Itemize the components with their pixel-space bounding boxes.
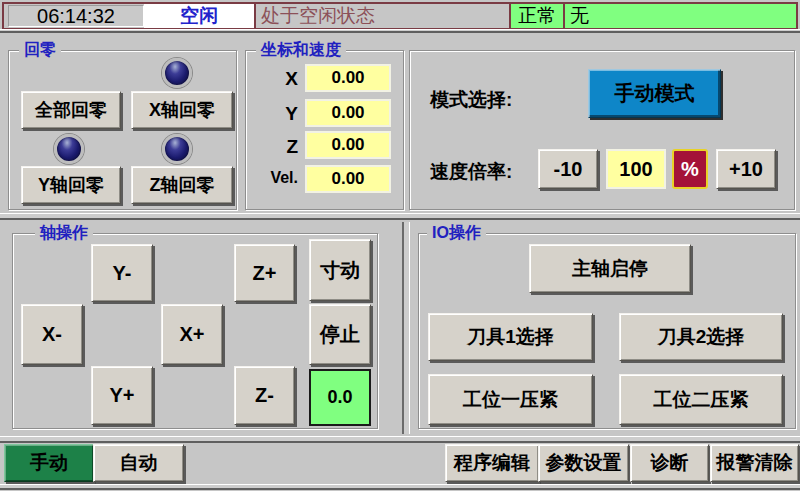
y-minus-button[interactable]: Y- [91,244,153,302]
y-plus-button[interactable]: Y+ [91,366,153,425]
z-plus-button[interactable]: Z+ [234,244,295,302]
velocity-display: 0.00 [305,165,391,193]
tool1-select-button[interactable]: 刀具1选择 [428,313,593,361]
station1-clamp-button[interactable]: 工位一压紧 [428,374,593,425]
axis-x-label: X [246,68,298,90]
homing-panel: 回零 全部回零 X轴回零 Y轴回零 Z轴回零 [8,50,237,210]
y-position-display: 0.00 [305,99,391,127]
x-position-display: 0.00 [305,64,391,92]
diagnosis-button[interactable]: 诊断 [630,444,709,482]
axis-z-label: Z [246,136,298,158]
rate-increase-button[interactable]: +10 [716,149,776,189]
io-panel: IO操作 主轴启停 刀具1选择 刀具2选择 工位一压紧 工位二压紧 [418,233,796,429]
rate-decrease-button[interactable]: -10 [538,149,598,189]
percent-badge: % [672,149,708,189]
alarm-message-display: 无 [563,4,796,28]
clock-display: 06:14:32 [8,5,144,27]
axis-panel-title: 轴操作 [35,223,93,243]
x-home-led-icon [162,58,192,88]
status-bar: 06:14:32 空闲 处于空闲状态 正常 无 [2,2,798,30]
divider [0,484,800,490]
home-x-button[interactable]: X轴回零 [131,91,233,129]
jog-button[interactable]: 寸动 [309,239,371,301]
velocity-label: Vel. [246,169,298,187]
divider [0,29,800,33]
divider [402,222,410,434]
z-position-display: 0.00 [305,131,391,159]
hmi-screen: 06:14:32 空闲 处于空闲状态 正常 无 回零 全部回零 X轴回零 Y轴回… [0,0,800,491]
jog-step-value[interactable]: 0.0 [309,369,371,426]
mode-panel: 模式选择: 手动模式 速度倍率: -10 100 % +10 [409,50,795,210]
home-y-button[interactable]: Y轴回零 [21,166,121,204]
machine-state-display: 空闲 [144,4,254,28]
homing-panel-title: 回零 [19,40,61,60]
z-minus-button[interactable]: Z- [234,366,295,425]
y-home-led-icon [54,134,84,164]
axis-panel: 轴操作 Y- Z+ 寸动 X- X+ 停止 Y+ Z- 0.0 [12,233,378,429]
mode-select-label: 模式选择: [430,87,512,113]
io-panel-title: IO操作 [427,223,486,243]
param-setting-button[interactable]: 参数设置 [538,444,629,482]
speed-rate-label: 速度倍率: [430,159,512,185]
x-plus-button[interactable]: X+ [161,304,223,365]
program-edit-button[interactable]: 程序编辑 [445,444,539,482]
station2-clamp-button[interactable]: 工位二压紧 [619,374,783,425]
spindle-toggle-button[interactable]: 主轴启停 [529,244,691,293]
coords-panel: 坐标和速度 X 0.00 Y 0.00 Z 0.00 Vel. 0.00 [245,50,404,210]
rate-value-display: 100 [606,149,666,189]
alarm-clear-button[interactable]: 报警清除 [710,444,799,482]
tool2-select-button[interactable]: 刀具2选择 [619,313,783,361]
tab-manual[interactable]: 手动 [4,444,94,482]
stop-button[interactable]: 停止 [309,304,371,365]
tab-auto[interactable]: 自动 [93,444,184,482]
state-message-display: 处于空闲状态 [254,4,509,28]
home-z-button[interactable]: Z轴回零 [131,166,233,204]
divider [0,213,800,220]
divider [0,436,800,443]
axis-y-label: Y [246,103,298,125]
mode-button[interactable]: 手动模式 [588,69,721,118]
home-all-button[interactable]: 全部回零 [21,91,121,129]
health-status-display: 正常 [509,4,563,28]
coords-panel-title: 坐标和速度 [256,40,346,60]
x-minus-button[interactable]: X- [21,304,83,365]
z-home-led-icon [162,134,192,164]
